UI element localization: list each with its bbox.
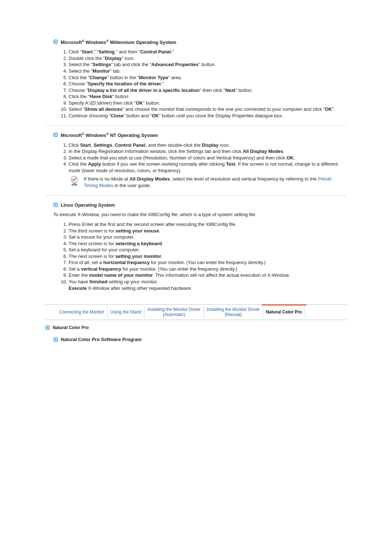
footer-heading-2-title: Natural Color Pro Software Program [61,337,142,342]
step-item: Double click the "Display" icon. [69,55,347,62]
intro-text: To execute X-Window, you need to make th… [53,211,347,218]
step-item: Select the "Monitor" tab. [69,68,347,74]
tab-using-stand[interactable]: Using the Stand [107,305,144,320]
section-heading: Microsoft® Windows® Millennium Operating… [53,39,347,45]
page-content: Microsoft® Windows® Millennium Operating… [45,0,347,553]
steps-list: Click "Start," "Setting," and then "Cont… [62,49,347,119]
step-item: Enter the model name of your monitor. Th… [69,272,347,279]
step-item: Choose "Specify the location of the driv… [69,81,347,87]
step-item: Continue choosing "Close" button and "OK… [69,113,347,119]
section-linux: Linux Operating System To execute X-Wind… [45,195,347,298]
tab-bar: Connecting the Monitor Using the Stand I… [45,304,347,320]
step-item: In the Display Registration Information … [69,148,347,155]
steps-list: Press Enter at the first and the second … [62,221,347,291]
step-item: Select "Show all devices" and choose the… [69,106,347,113]
step-item: Choose "Display a list of all the driver… [69,87,347,94]
bullet-icon [53,203,58,207]
svg-point-1 [55,41,56,42]
step-item: Click Start, Settings, Control Panel, an… [69,142,347,149]
bullet-icon [53,337,58,342]
bullet-icon [53,133,58,137]
bullet-icon [45,325,50,330]
steps-list: Click Start, Settings, Control Panel, an… [62,142,347,174]
section-windows-nt: Microsoft® Windows® NT Operating System … [45,125,347,195]
section-title: Microsoft® Windows® NT Operating System [61,132,158,138]
footer-heading-1-title: Natural Color Pro [53,325,89,330]
bullet-icon [53,40,58,44]
tab-install-driver-auto[interactable]: Installing the Monitor Driver(Automatic) [144,305,203,320]
section-title: Microsoft® Windows® Millennium Operating… [61,39,176,45]
section-windows-me: Microsoft® Windows® Millennium Operating… [45,33,347,125]
step-item: Set a vertical frequency for your monito… [69,266,347,272]
step-item: First of all, set a horizontal frequency… [69,259,347,266]
note: If there is no Mode at All Display Modes… [69,176,347,189]
step-item: Select a mode that you wish to use (Reso… [69,155,347,161]
footer-heading-2: Natural Color Pro Software Program [53,337,347,342]
svg-point-3 [55,134,56,135]
section-heading: Linux Operating System [53,202,347,208]
step-item: You have finished setting up your monito… [69,279,347,291]
step-item: Specify A:\(D:\driver) then click "OK" b… [69,100,347,106]
tab-connecting-monitor[interactable]: Connecting the Monitor [56,305,107,320]
note-text: If there is no Mode at All Display Modes… [84,176,347,189]
step-item: The next screen is for selecting a keybo… [69,240,347,247]
svg-point-8 [55,204,56,206]
footer-heading-1: Natural Color Pro [45,325,347,330]
svg-point-12 [55,339,56,340]
step-item: Click the "Have Disk" button [69,93,347,100]
step-item: The next screen is for setting your moni… [69,253,347,260]
step-item: Click the Apply button if you see the sc… [69,161,347,174]
checkmark-note-icon [69,176,79,186]
tab-natural-color-pro[interactable]: Natural Color Pro [263,305,305,320]
section-title: Linux Operating System [61,202,115,208]
blank-space [45,342,347,538]
tab-install-driver-manual[interactable]: Installing the Monitor Driver(Manual) [204,305,263,320]
section-heading: Microsoft® Windows® NT Operating System [53,132,347,138]
step-item: Set a mouse for your computer. [69,234,347,240]
step-item: Click "Start," "Setting," and then "Cont… [69,49,347,55]
step-item: Set a keyboard for your computer. [69,247,347,253]
step-item: The third screen is for setting your mou… [69,228,347,234]
tab-divider [305,306,305,318]
svg-rect-6 [73,183,76,184]
step-item: Select the "Settings" tab and click the … [69,61,347,68]
step-item: Click the "Change" button in the "Monito… [69,74,347,81]
step-item: Press Enter at the first and the second … [69,221,347,228]
svg-point-10 [47,327,48,328]
